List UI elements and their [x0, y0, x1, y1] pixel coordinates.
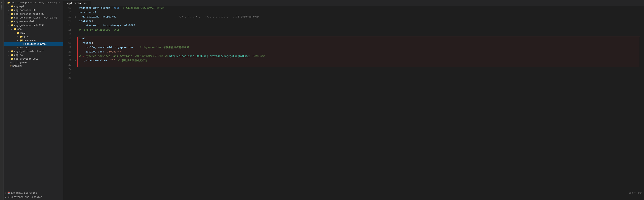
line-num-11: 11 — [63, 10, 72, 15]
tree-item-dog-gateway-zuul-8090[interactable]: ▾📁dog-gateway-zuul-8090 — [4, 23, 63, 27]
tree-item-pom-xml-gateway[interactable]: Xpom.xml — [4, 46, 63, 49]
gutter-cell-24 — [73, 67, 77, 72]
section-arrow-external-libraries: ▸ — [5, 192, 6, 195]
section-icon-external-libraries: 📚 — [7, 192, 10, 195]
line-num-14: 14 — [63, 23, 72, 28]
gutter: ⊟⊟ — [73, 6, 77, 200]
gutter-cell-17 — [73, 37, 77, 41]
code-line-20: zuulDog.path: /myDog/** — [79, 50, 644, 54]
tree-item-dog-consumer-feign-80[interactable]: ▸📁dog-consumer-feign-80 — [4, 12, 63, 16]
code-line-22: ignored-services: "*" # 忽略多个微服务的情况 — [79, 58, 644, 63]
gutter-cell-22[interactable]: ⊟ — [73, 58, 77, 63]
line-num-25: 25 — [63, 72, 72, 76]
tree-label-dog-hystrix-dashboard: dog-hystrix-dashboard — [14, 50, 44, 53]
tree-item-dog-consumer-80[interactable]: ▸📁dog-consumer-80 — [4, 8, 63, 12]
section-label-external-libraries: External Libraries — [11, 192, 37, 195]
code-line-14: instance-id: dog-gateway-zuul-8090 — [79, 23, 644, 28]
code-line-23 — [79, 63, 644, 67]
line-num-16: 16 — [63, 32, 72, 37]
tree-arrow-dog-eureka-7001: ▸ — [8, 20, 10, 23]
tree-item-dog-po[interactable]: ▸📁dog-po — [4, 53, 63, 57]
code-line-12: defaultZone: http://62 '//...-..../... '… — [79, 15, 644, 19]
tree-item-gitignore[interactable]: G.gitignore — [4, 61, 63, 64]
gutter-cell-26 — [73, 76, 77, 80]
code-line-15: # prefer-ip-address: true — [79, 28, 644, 32]
section-icon-scratches-consoles: 🖥 — [7, 196, 10, 199]
gutter-cell-15 — [73, 28, 77, 32]
tree-arrow-dog-consumer-feign-80: ▸ — [8, 13, 10, 15]
tree-item-dog-eureka-7001[interactable]: ▸📁dog-eureka-7001 — [4, 20, 63, 23]
code-line-13: instance: — [79, 19, 644, 23]
gutter-cell-13 — [73, 19, 77, 23]
tree-icon-gitignore: G — [10, 61, 12, 64]
tree-item-java[interactable]: ▸📁java — [4, 35, 63, 38]
tree-label-dog-eureka-7001: dog-eureka-7001 — [14, 20, 36, 23]
line-num-23: 23 — [63, 63, 72, 67]
tree-arrow-dog-consumer-ribbon-hystrix-80: ▸ — [8, 17, 10, 19]
line-numbers: 1011121314151617181920212223242526 — [63, 6, 73, 200]
gutter-cell-16 — [73, 32, 77, 37]
tree-icon-application-yml: Y — [23, 43, 24, 45]
tree-label-java: java — [24, 35, 30, 38]
tree-icon-pom-xml-root: X — [10, 65, 12, 68]
sidebar-section-scratches-consoles[interactable]: ▸🖥Scratches and Consoles — [4, 195, 63, 199]
tree-arrow-resources: ▾ — [17, 39, 20, 42]
tree-arrow-dog-cloud-parent: ▾ — [4, 1, 7, 4]
tree-icon-dog-consumer-feign-80: 📁 — [10, 12, 13, 15]
gutter-cell-12[interactable]: ⊟ — [73, 15, 77, 19]
tree-item-application-yml[interactable]: Yapplication.yml — [4, 42, 63, 46]
line-num-20: 20 — [63, 50, 72, 54]
tree-arrow-src: ▾ — [11, 28, 14, 30]
tree-label-dog-provider-8001: dog-provider-8001 — [14, 58, 38, 60]
code-line-19: zuulDog.serviceId: dog-provider # dog-pr… — [79, 45, 644, 50]
tree-item-dog-cloud-parent[interactable]: ▾📁dog-cloud-parent~/study/ideaStudy/d — [4, 1, 63, 4]
tree-arrow-java: ▸ — [17, 36, 20, 38]
gutter-cell-21 — [73, 54, 77, 58]
sidebar-section-external-libraries[interactable]: ▸📚External Libraries — [4, 191, 63, 195]
tree-label-pom-xml-gateway: pom.xml — [19, 46, 29, 49]
code-line-17: zuul: — [79, 37, 644, 41]
gutter-cell-20 — [73, 50, 77, 54]
code-line-25 — [79, 72, 644, 76]
tree-item-dog-provider-8001[interactable]: ▸📁dog-provider-8001 — [4, 57, 63, 61]
tab-application-yml[interactable]: application.yml — [63, 0, 91, 6]
tree-label-dog-gateway-zuul-8090: dog-gateway-zuul-8090 — [14, 24, 44, 27]
tree-icon-dog-hystrix-dashboard: 📁 — [10, 50, 13, 53]
tree-item-main[interactable]: ▾📁main — [4, 31, 63, 35]
tree-item-pom-xml-root[interactable]: Xpom.xml — [4, 64, 63, 68]
tree-arrow-dog-provider-8001: ▸ — [8, 58, 10, 60]
tree-item-dog-hystrix-dashboard[interactable]: ▸📁dog-hystrix-dashboard — [4, 49, 63, 53]
tree-label-dog-po: dog-po — [14, 54, 23, 57]
gutter-cell-23 — [73, 63, 77, 67]
tree-label-dog-api: dog-api — [14, 5, 24, 8]
code-line-10: register-with-eureka: true # false表示不向注册… — [79, 6, 644, 10]
tree-item-resources[interactable]: ▾📁resources — [4, 38, 63, 42]
tree-label-dog-consumer-80: dog-consumer-80 — [14, 9, 36, 12]
line-num-17: 17 — [63, 37, 72, 41]
section-arrow-scratches-consoles: ▸ — [5, 196, 6, 199]
line-num-13: 13 — [63, 19, 72, 23]
tree-icon-dog-po: 📁 — [10, 54, 13, 57]
tree-icon-dog-eureka-7001: 📁 — [10, 20, 13, 23]
tree-item-src[interactable]: ▾📁src — [4, 27, 63, 31]
tree-icon-dog-provider-8001: 📁 — [10, 57, 13, 60]
tree-icon-dog-gateway-zuul-8090: 📁 — [10, 24, 13, 27]
tree-item-dog-consumer-ribbon-hystrix-80[interactable]: ▸📁dog-consumer-ribbon-hystrix-80 — [4, 16, 63, 20]
tab-bar: application.yml — [63, 0, 644, 6]
sidebar: ▾📁dog-cloud-parent~/study/ideaStudy/d▸📁d… — [4, 0, 63, 200]
code-area[interactable]: register-with-eureka: true # false表示不向注册… — [77, 6, 644, 200]
tree-arrow-dog-gateway-zuul-8090: ▾ — [8, 24, 10, 27]
project-tree: ▾📁dog-cloud-parent~/study/ideaStudy/d▸📁d… — [4, 0, 63, 190]
section-label-scratches-consoles: Scratches and Consoles — [10, 196, 42, 199]
tree-arrow-dog-consumer-80: ▸ — [8, 9, 10, 11]
tree-path-dog-cloud-parent: ~/study/ideaStudy/d — [35, 1, 60, 4]
tree-icon-src: 📁 — [14, 28, 16, 31]
tree-label-gitignore: .gitignore — [12, 61, 27, 64]
gutter-cell-19 — [73, 45, 77, 50]
gutter-cell-11 — [73, 10, 77, 15]
commit-label: Commit — [0, 1, 3, 10]
code-line-18: routes: — [79, 41, 644, 45]
tree-label-src: src — [17, 28, 22, 31]
tree-item-dog-api[interactable]: ▸📁dog-api — [4, 4, 63, 8]
line-num-10: 10 — [63, 6, 72, 10]
